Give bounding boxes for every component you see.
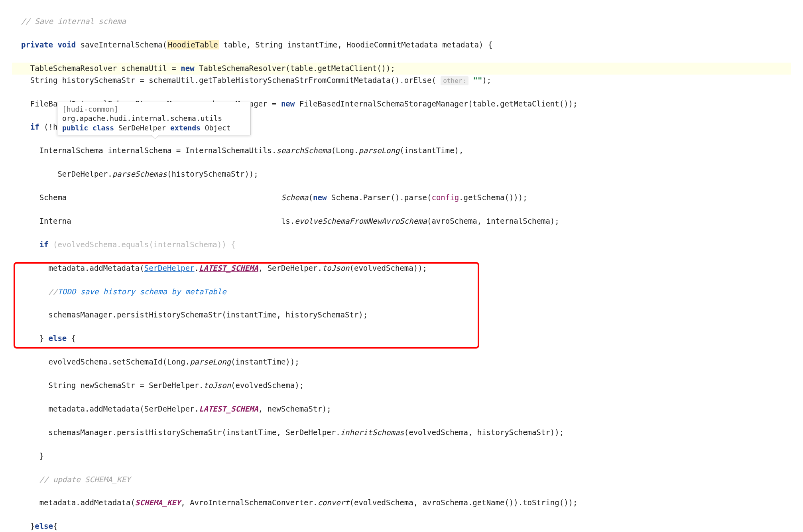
- keyword-else: else: [49, 334, 67, 343]
- string-literal: "": [473, 76, 482, 85]
- type-hoodietable-highlight: HoodieTable: [167, 40, 219, 49]
- comment: // Save internal schema: [12, 17, 126, 26]
- field-config: config: [431, 193, 459, 202]
- tooltip-class: class: [93, 124, 114, 132]
- param-hint-other: other:: [441, 76, 468, 85]
- tooltip-package: org.apache.hudi.internal.schema.utils: [62, 114, 222, 122]
- todo-comment: TODO save history schema by metaTable: [57, 287, 226, 296]
- keyword-void: void: [57, 40, 76, 49]
- tooltip-super: Object: [205, 124, 231, 132]
- tooltip-extends: extends: [170, 124, 201, 132]
- latest-schema-field: LATEST_SCHEMA: [199, 404, 258, 413]
- tooltip-module: [hudi-common]: [62, 105, 118, 113]
- keyword-new: new: [313, 193, 327, 202]
- latest-schema-field[interactable]: LATEST_SCHEMA: [199, 264, 258, 272]
- comment: // update SCHEMA_KEY: [12, 475, 130, 484]
- method-signature: saveInternalSchema(: [76, 40, 167, 49]
- schema-key-field: SCHEMA_KEY: [135, 498, 181, 507]
- keyword-if: if: [39, 240, 49, 249]
- serdehelper-link[interactable]: SerDeHelper: [144, 264, 195, 272]
- keyword-private: private: [21, 40, 53, 49]
- keyword-new: new: [281, 99, 295, 108]
- tooltip-public: public: [62, 124, 88, 132]
- keyword-else: else: [35, 522, 53, 530]
- quick-doc-tooltip: [hudi-common] org.apache.hudi.internal.s…: [57, 102, 251, 135]
- code-editor[interactable]: // Save internal schema private void sav…: [0, 0, 803, 532]
- keyword-if: if: [30, 122, 39, 131]
- static-call: searchSchema: [276, 146, 331, 155]
- tooltip-classname: SerDeHelper: [118, 124, 166, 132]
- keyword-new: new: [181, 64, 194, 73]
